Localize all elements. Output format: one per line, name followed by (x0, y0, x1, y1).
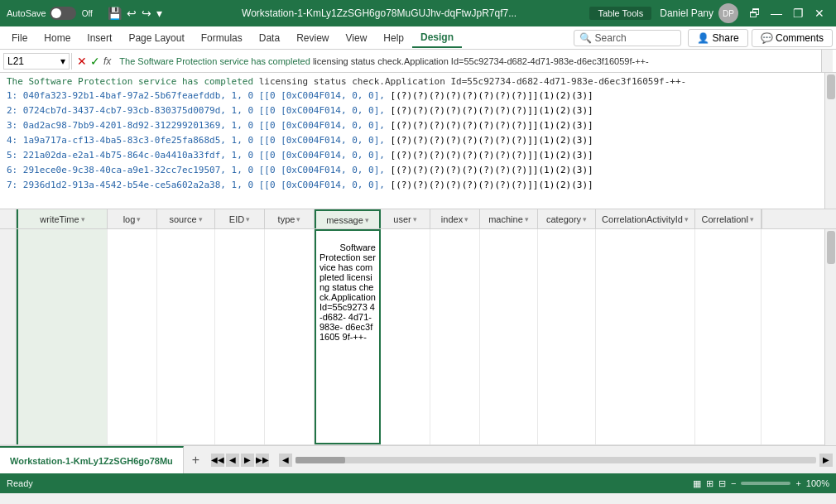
dropdown-icon[interactable]: ▾ (60, 55, 65, 67)
cancel-formula-icon[interactable]: ✕ (77, 55, 87, 68)
sort-icon-message: ▾ (365, 216, 369, 224)
cell-writetime[interactable] (17, 229, 108, 444)
sort-icon-machine: ▾ (525, 215, 529, 223)
hscroll-right-button[interactable]: ▶ (819, 454, 833, 467)
col-header-category[interactable]: category ▾ (538, 209, 596, 228)
sheet-tab-main[interactable]: Workstation-1-KmLy1ZzSGH6go78Mu (0, 446, 184, 473)
formula-normal: licensing status check.Application Id=55… (310, 56, 649, 66)
search-icon: 🔍 (579, 32, 592, 44)
sort-icon-index: ▾ (464, 215, 468, 223)
formula-bar: L21 ▾ ✕ ✓ fx The Software Protection ser… (0, 50, 836, 73)
search-box[interactable]: 🔍 Search (574, 30, 681, 46)
cell-correlation-activity[interactable] (596, 229, 695, 444)
zoom-slider[interactable] (741, 482, 790, 485)
minimize-button[interactable]: — (766, 3, 786, 23)
autosave-label: AutoSave (7, 8, 46, 18)
col-header-message[interactable]: message ▾ (315, 209, 381, 228)
maximize-button[interactable]: ❐ (788, 3, 808, 23)
page-break-view-icon[interactable]: ⊟ (718, 478, 726, 489)
zoom-level: 100% (806, 478, 829, 488)
cell-log[interactable] (108, 229, 157, 444)
sort-icon-correlation-activity: ▾ (685, 215, 689, 223)
col-header-eid[interactable]: EID ▾ (215, 209, 265, 228)
share-button[interactable]: 👤 Share (688, 29, 748, 47)
cell-type[interactable] (265, 229, 315, 444)
customize-icon[interactable]: ▾ (156, 7, 162, 20)
cell-source[interactable] (157, 229, 215, 444)
formula-scrollbar (821, 50, 833, 72)
tab-page-layout[interactable]: Page Layout (120, 29, 192, 47)
col-header-source[interactable]: source ▾ (157, 209, 215, 228)
preview-line-2: 2: 0724cb7d-3437-4cb7-93cb-830375d0079d,… (7, 103, 829, 118)
col-header-user[interactable]: user ▾ (381, 209, 430, 228)
col-header-correlation-i[interactable]: CorrelationI ▾ (695, 209, 762, 228)
col-header-index[interactable]: index ▾ (430, 209, 480, 228)
col-header-writetime[interactable]: writeTime ▾ (17, 209, 108, 228)
hscroll-left-button[interactable]: ◀ (279, 454, 292, 467)
tab-review[interactable]: Review (288, 29, 337, 47)
tab-view[interactable]: View (338, 29, 376, 47)
search-label: Search (595, 32, 627, 44)
cell-message-expanded[interactable]: Software Protection service has complete… (315, 229, 381, 444)
scroll-prev-button[interactable]: ◀ (226, 454, 239, 467)
cell-machine[interactable] (480, 229, 538, 444)
cell-eid[interactable] (215, 229, 265, 444)
preview-line-4: 4: 1a9a717a-cf13-4ba5-83c3-0fe25fa868d5,… (7, 133, 829, 148)
sort-icon-correlation-i: ▾ (750, 215, 754, 223)
status-text: Ready (7, 478, 693, 488)
col-header-log[interactable]: log ▾ (108, 209, 157, 228)
col-headers-spacer (762, 209, 773, 228)
user-avatar[interactable]: DP (718, 3, 738, 23)
zoom-out-icon[interactable]: − (731, 478, 736, 488)
cell-index[interactable] (430, 229, 480, 444)
scroll-last-button[interactable]: ▶▶ (256, 454, 269, 467)
user-name: Daniel Pany (660, 7, 713, 19)
col-header-type[interactable]: type ▾ (265, 209, 315, 228)
col-header-correlation-activity[interactable]: CorrelationActivityId ▾ (596, 209, 695, 228)
cell-correlation-i[interactable] (695, 229, 762, 444)
preview-header: The Software Protection service has comp… (7, 76, 829, 87)
formula-content: The Software Protection service has comp… (114, 55, 821, 68)
table-area: Software Protection service has complete… (0, 229, 836, 445)
tab-help[interactable]: Help (375, 29, 412, 47)
hscroll-thumb[interactable] (295, 457, 345, 463)
save-icon[interactable]: 💾 (108, 7, 122, 20)
tab-file[interactable]: File (3, 29, 36, 47)
tab-design[interactable]: Design (412, 28, 462, 48)
file-title: Workstation-1-KmLy1ZzSGH6go78MuGUJhv-dqF… (169, 7, 590, 19)
scroll-next-button[interactable]: ▶ (241, 454, 254, 467)
redo-icon[interactable]: ↪ (142, 7, 151, 20)
cell-reference[interactable]: L21 ▾ (3, 53, 70, 70)
add-sheet-button[interactable]: + (184, 446, 208, 473)
tab-formulas[interactable]: Formulas (193, 29, 251, 47)
preview-scrollbar[interactable] (824, 73, 836, 209)
scroll-first-button[interactable]: ◀◀ (211, 454, 224, 467)
autosave-toggle[interactable] (50, 7, 76, 20)
status-icons: ▦ ⊞ ⊟ − + 100% (693, 478, 829, 489)
tab-data[interactable]: Data (251, 29, 288, 47)
cell-user[interactable] (381, 229, 430, 444)
tab-home[interactable]: Home (36, 29, 79, 47)
preview-line-5: 5: 221a02da-e2a1-4b75-864c-0a4410a33fdf,… (7, 148, 829, 163)
tab-insert[interactable]: Insert (79, 29, 120, 47)
column-headers: writeTime ▾ log ▾ source ▾ EID ▾ type ▾ … (0, 209, 836, 229)
page-layout-view-icon[interactable]: ⊞ (706, 478, 713, 489)
col-header-machine[interactable]: machine ▾ (480, 209, 538, 228)
zoom-in-icon[interactable]: + (795, 478, 800, 488)
close-button[interactable]: ✕ (810, 3, 829, 23)
restore-button[interactable]: 🗗 (745, 3, 765, 23)
row-number (0, 229, 17, 444)
cell-category[interactable] (538, 229, 596, 444)
sort-icon-source: ▾ (199, 215, 203, 223)
preview-line-6: 6: 291ece0e-9c38-40ca-a9e1-32cc7ec19507,… (7, 163, 829, 178)
table-row: Software Protection service has complete… (0, 229, 836, 445)
comments-button[interactable]: 💬 Comments (752, 29, 833, 47)
vertical-scrollbar[interactable] (824, 229, 836, 445)
normal-view-icon[interactable]: ▦ (693, 478, 701, 489)
confirm-formula-icon[interactable]: ✓ (90, 55, 100, 68)
undo-icon[interactable]: ↩ (127, 7, 137, 20)
vscrollbar-thumb (827, 231, 835, 264)
insert-function-icon[interactable]: fx (103, 55, 111, 67)
user-area: Daniel Pany DP (660, 3, 738, 23)
ribbon: File Home Insert Page Layout Formulas Da… (0, 26, 836, 50)
